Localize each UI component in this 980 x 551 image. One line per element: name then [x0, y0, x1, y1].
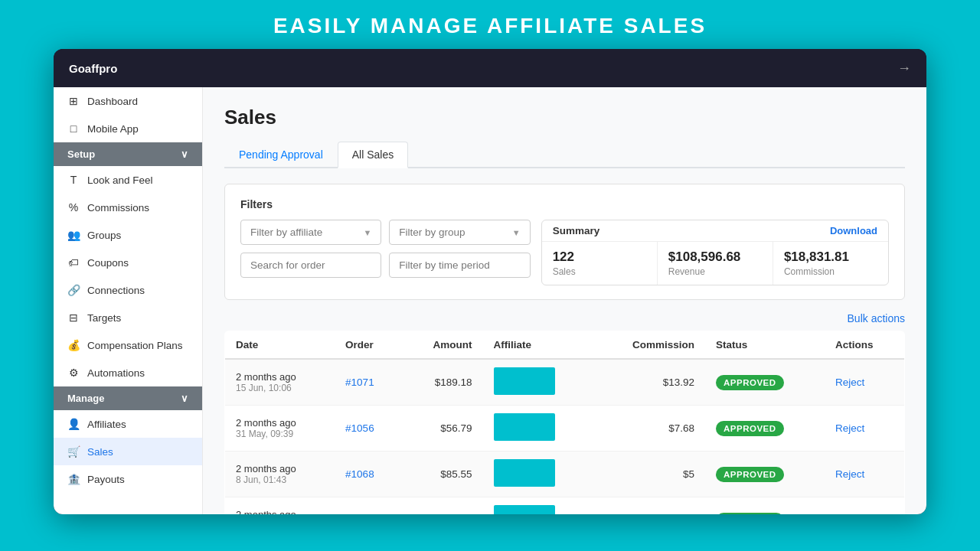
cell-commission-2: $5 [593, 452, 705, 497]
app-window: Goaffpro → ⊞ Dashboard □ Mobile App Setu… [54, 49, 926, 514]
app-body: ⊞ Dashboard □ Mobile App Setup ∨ T Look … [54, 87, 926, 514]
main-content: Sales Pending Approval All Sales Filters… [203, 87, 926, 514]
cell-order-1: #1056 [335, 406, 402, 452]
sidebar: ⊞ Dashboard □ Mobile App Setup ∨ T Look … [54, 87, 203, 514]
order-link-2[interactable]: #1068 [345, 468, 374, 480]
cell-amount-1: $56.79 [402, 406, 483, 452]
compensation-icon: 💰 [67, 339, 80, 351]
table-row: 2 months ago 8 Jun, 01:43 #1068 $85.55 $… [225, 452, 905, 497]
table-row: 2 months ago 15 Jun, 10:06 #1071 $189.18… [225, 359, 905, 406]
cell-actions-2: Reject [825, 452, 904, 497]
sidebar-label-affiliates: Affiliates [87, 419, 126, 430]
sidebar-item-connections[interactable]: 🔗 Connections [54, 276, 202, 304]
filter-affiliate-select[interactable]: Filter by affiliate ▼ [240, 220, 381, 245]
affiliate-avatar-3 [494, 505, 555, 514]
cell-affiliate-0 [483, 359, 594, 406]
payouts-icon: 🏦 [67, 473, 80, 485]
targets-icon: ⊟ [67, 311, 80, 324]
col-header-commission: Commission [593, 331, 705, 360]
reject-button-0[interactable]: Reject [835, 377, 864, 388]
reject-button-2[interactable]: Reject [835, 468, 864, 480]
download-button[interactable]: Download [830, 225, 877, 236]
bulk-actions-button[interactable]: Bulk actions [848, 312, 905, 324]
cell-date-1: 2 months ago 31 May, 09:39 [225, 406, 335, 452]
sidebar-item-mobile-app[interactable]: □ Mobile App [54, 115, 202, 142]
filters-title: Filters [240, 198, 889, 210]
sidebar-item-automations[interactable]: ⚙ Automations [54, 359, 202, 386]
sales-value: 122 [553, 249, 646, 265]
sidebar-item-coupons[interactable]: 🏷 Coupons [54, 249, 202, 276]
summary-title: Summary [553, 225, 600, 236]
col-header-amount: Amount [402, 331, 483, 360]
search-order-placeholder: Search for order [250, 259, 325, 271]
connections-icon: 🔗 [67, 284, 80, 296]
cell-affiliate-3 [483, 497, 594, 515]
filter-time-period-input[interactable]: Filter by time period [389, 253, 530, 278]
cell-date-3: 2 months ago 1 Jun, 20:41 [225, 497, 335, 515]
table-header-row: Date Order Amount Affiliate Commission S… [225, 331, 905, 360]
col-header-actions: Actions [825, 331, 904, 360]
cell-commission-0: $13.92 [593, 359, 705, 406]
groups-icon: 👥 [67, 229, 80, 241]
affiliates-icon: 👤 [67, 418, 80, 430]
filter-group-label: Filter by group [399, 227, 465, 238]
sidebar-item-commissions[interactable]: % Commissions [54, 194, 202, 221]
summary-box: Summary Download 122 Sales $108,596.68 [541, 220, 889, 285]
bulk-actions-row: Bulk actions [224, 312, 905, 324]
cell-affiliate-1 [483, 406, 594, 452]
sidebar-item-affiliates[interactable]: 👤 Affiliates [54, 410, 202, 438]
cell-commission-3: $5 [593, 497, 705, 515]
col-header-order: Order [335, 331, 402, 360]
sidebar-label-sales: Sales [87, 446, 113, 458]
summary-stat-revenue: $108,596.68 Revenue [658, 241, 773, 285]
sidebar-item-payouts[interactable]: 🏦 Payouts [54, 465, 202, 493]
reject-button-1[interactable]: Reject [835, 422, 864, 434]
filter-group-select[interactable]: Filter by group ▼ [389, 220, 530, 245]
order-link-0[interactable]: #1071 [345, 377, 374, 388]
filters-summary: Summary Download 122 Sales $108,596.68 [541, 220, 889, 285]
cell-date-0: 2 months ago 15 Jun, 10:06 [225, 359, 335, 406]
filters-row: Filter by affiliate ▼ Filter by group ▼ … [240, 220, 889, 285]
tab-all-sales[interactable]: All Sales [338, 142, 408, 168]
logout-icon[interactable]: → [897, 60, 911, 77]
sidebar-label-groups: Groups [87, 230, 121, 241]
sidebar-label-targets: Targets [87, 312, 121, 324]
search-order-input[interactable]: Search for order [240, 253, 381, 278]
sidebar-item-dashboard[interactable]: ⊞ Dashboard [54, 87, 202, 115]
filters-grid: Filter by affiliate ▼ Filter by group ▼ … [240, 220, 531, 278]
sidebar-item-look-and-feel[interactable]: T Look and Feel [54, 166, 202, 194]
sidebar-item-groups[interactable]: 👥 Groups [54, 221, 202, 249]
sidebar-label-automations: Automations [87, 367, 145, 379]
tab-pending-approval[interactable]: Pending Approval [224, 142, 338, 168]
sidebar-label-dashboard: Dashboard [87, 96, 138, 107]
cell-date-2: 2 months ago 8 Jun, 01:43 [225, 452, 335, 497]
commission-label: Commission [784, 266, 877, 277]
status-badge-3: APPROVED [716, 513, 784, 515]
look-feel-icon: T [67, 174, 80, 186]
summary-header: Summary Download [542, 220, 888, 241]
sidebar-label-coupons: Coupons [87, 257, 129, 269]
sidebar-label-commissions: Commissions [87, 202, 149, 214]
summary-stat-sales: 122 Sales [542, 241, 658, 285]
filter-time-period-placeholder: Filter by time period [399, 259, 490, 271]
affiliate-avatar-1 [494, 413, 555, 441]
cell-actions-3: Reject [825, 497, 904, 515]
mobile-icon: □ [67, 122, 80, 135]
filters-left: Filter by affiliate ▼ Filter by group ▼ … [240, 220, 531, 278]
affiliate-avatar-0 [494, 367, 555, 395]
table-row: 2 months ago 31 May, 09:39 #1056 $56.79 … [225, 406, 905, 452]
sidebar-item-compensation-plans[interactable]: 💰 Compensation Plans [54, 331, 202, 359]
affiliate-avatar-2 [494, 459, 555, 487]
cell-status-3: APPROVED [705, 497, 825, 515]
sidebar-item-sales[interactable]: 🛒 Sales [54, 438, 202, 465]
cell-affiliate-2 [483, 452, 594, 497]
commission-value: $18,831.81 [784, 249, 877, 265]
sales-icon: 🛒 [67, 445, 80, 458]
setup-section-header: Setup ∨ [54, 142, 202, 166]
coupons-icon: 🏷 [67, 256, 80, 269]
col-header-affiliate: Affiliate [483, 331, 594, 360]
order-link-1[interactable]: #1056 [345, 422, 374, 434]
sidebar-label-connections: Connections [87, 285, 145, 296]
sidebar-item-targets[interactable]: ⊟ Targets [54, 304, 202, 331]
summary-stats: 122 Sales $108,596.68 Revenue $18,831.81… [542, 241, 888, 285]
